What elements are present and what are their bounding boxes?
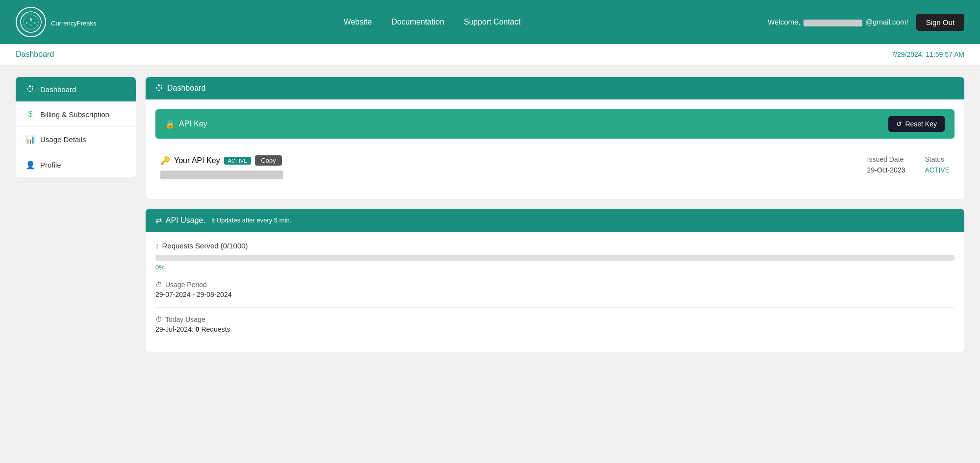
today-usage-suffix: Requests bbox=[201, 325, 230, 333]
usage-period-title: ⏱ Usage Period bbox=[155, 281, 955, 289]
api-key-label-row: 🔑 Your API Key ACTIVE Copy bbox=[160, 155, 283, 166]
status-col: Status ACTIVE bbox=[925, 155, 950, 174]
api-key-card-header: ⏱ Dashboard bbox=[146, 77, 964, 99]
api-key-left: 🔑 Your API Key ACTIVE Copy bbox=[160, 155, 283, 179]
sidebar-label-usage-details: Usage Details bbox=[40, 135, 86, 144]
usage-period-section: ⏱ Usage Period 29-07-2024 - 29-08-2024 bbox=[155, 281, 955, 298]
api-key-title: API Key bbox=[179, 120, 207, 128]
logo-text: CurrencyFreaks bbox=[51, 20, 96, 27]
sidebar: ⏱ Dashboard $ Billing & Subscription 📊 U… bbox=[16, 77, 136, 177]
usage-period-value: 29-07-2024 - 29-08-2024 bbox=[155, 291, 955, 298]
welcome-text: Welcome, @gmail.com! bbox=[768, 18, 908, 26]
today-usage-requests: 0 bbox=[196, 325, 200, 333]
dashboard-icon: ⏱ bbox=[25, 85, 35, 94]
usage-period-label: Usage Period bbox=[165, 281, 207, 289]
dashboard-section-icon: ⏱ bbox=[155, 84, 163, 93]
api-key-value bbox=[160, 171, 283, 179]
api-usage-card-header: ⇄ API Usage. It Updates after every 5 mi… bbox=[146, 209, 964, 232]
requests-icon: ↕ bbox=[155, 242, 159, 250]
api-usage-header-title: API Usage. bbox=[166, 216, 205, 225]
nav-documentation[interactable]: Documentation bbox=[391, 18, 444, 26]
billing-icon: $ bbox=[25, 110, 35, 119]
lock-icon: 🔒 bbox=[165, 120, 175, 129]
requests-label: Requests Served (0/1000) bbox=[162, 242, 248, 250]
svg-text:$: $ bbox=[30, 17, 32, 22]
api-usage-body: ↕ Requests Served (0/1000) 0% ⏱ Usage Pe… bbox=[146, 232, 964, 352]
sidebar-label-billing: Billing & Subscription bbox=[40, 110, 109, 119]
profile-icon: 👤 bbox=[25, 160, 35, 170]
header-nav: Website Documentation Support Contact bbox=[344, 18, 521, 26]
active-badge: ACTIVE bbox=[224, 157, 251, 165]
copy-button[interactable]: Copy bbox=[255, 155, 281, 166]
today-usage-date: 29-Jul-2024: bbox=[155, 325, 194, 333]
today-usage-section: ⏱ Today Usage 29-Jul-2024: 0 Requests bbox=[155, 316, 955, 333]
today-usage-title: ⏱ Today Usage bbox=[155, 316, 955, 323]
header-right: Welcome, @gmail.com! Sign Out bbox=[768, 14, 964, 31]
logo-icon: $ ¢ € £ bbox=[20, 11, 42, 33]
today-usage-label: Today Usage bbox=[165, 316, 205, 323]
nav-support-contact[interactable]: Support Contact bbox=[464, 18, 521, 26]
today-usage-value: 29-Jul-2024: 0 Requests bbox=[155, 325, 955, 333]
sign-out-button[interactable]: Sign Out bbox=[916, 14, 964, 31]
issued-date-label: Issued Date bbox=[867, 155, 905, 163]
api-usage-header-icon: ⇄ bbox=[155, 216, 162, 225]
content: ⏱ Dashboard 🔒 API Key ↺ Reset Key bbox=[146, 77, 964, 453]
sidebar-label-profile: Profile bbox=[40, 161, 61, 169]
today-usage-icon: ⏱ bbox=[155, 316, 162, 323]
email-redacted bbox=[804, 20, 862, 26]
progress-bar-container bbox=[155, 255, 955, 261]
sidebar-item-profile[interactable]: 👤 Profile bbox=[16, 152, 136, 177]
reset-icon: ↺ bbox=[896, 120, 902, 128]
breadcrumb-bar: Dashboard 7/29/2024, 11:59:57 AM bbox=[0, 44, 980, 65]
reset-key-label: Reset Key bbox=[905, 120, 937, 128]
breadcrumb-time: 7/29/2024, 11:59:57 AM bbox=[891, 50, 964, 58]
usage-period-icon: ⏱ bbox=[155, 281, 162, 289]
key-icon: 🔑 bbox=[160, 156, 170, 165]
reset-key-button[interactable]: ↺ Reset Key bbox=[888, 116, 945, 132]
main-layout: ⏱ Dashboard $ Billing & Subscription 📊 U… bbox=[0, 65, 980, 463]
api-key-card-body: 🔒 API Key ↺ Reset Key 🔑 Your API Key bbox=[146, 99, 964, 199]
usage-divider bbox=[155, 307, 955, 308]
dashboard-section-title: Dashboard bbox=[167, 84, 205, 93]
api-key-right: Issued Date 29-Oct-2023 Status ACTIVE bbox=[867, 155, 950, 174]
logo: $ ¢ € £ CurrencyFreaks bbox=[16, 7, 96, 37]
svg-text:€: € bbox=[26, 21, 28, 25]
sidebar-item-dashboard[interactable]: ⏱ Dashboard bbox=[16, 77, 136, 102]
api-key-header-left: 🔒 API Key bbox=[165, 120, 207, 129]
usage-details-icon: 📊 bbox=[25, 135, 35, 144]
logo-circle: $ ¢ € £ bbox=[16, 7, 46, 37]
nav-website[interactable]: Website bbox=[344, 18, 372, 26]
issued-date-value: 29-Oct-2023 bbox=[867, 166, 905, 174]
api-key-subheader: 🔒 API Key ↺ Reset Key bbox=[155, 109, 955, 139]
sidebar-label-dashboard: Dashboard bbox=[40, 85, 76, 94]
issued-date-col: Issued Date 29-Oct-2023 bbox=[867, 155, 905, 174]
svg-text:£: £ bbox=[34, 21, 36, 25]
svg-text:¢: ¢ bbox=[30, 23, 32, 27]
sidebar-item-billing[interactable]: $ Billing & Subscription bbox=[16, 102, 136, 127]
api-usage-card: ⇄ API Usage. It Updates after every 5 mi… bbox=[146, 209, 964, 352]
breadcrumb-title: Dashboard bbox=[16, 50, 54, 59]
status-value: ACTIVE bbox=[925, 166, 950, 174]
status-label: Status bbox=[925, 155, 950, 163]
your-api-key-label: Your API Key bbox=[174, 156, 220, 165]
api-usage-header-subtitle: It Updates after every 5 min. bbox=[211, 217, 291, 224]
requests-served-title: ↕ Requests Served (0/1000) bbox=[155, 242, 955, 250]
api-key-info: 🔑 Your API Key ACTIVE Copy Issued Date 2… bbox=[155, 150, 955, 189]
api-key-card: ⏱ Dashboard 🔒 API Key ↺ Reset Key bbox=[146, 77, 964, 199]
sidebar-item-usage-details[interactable]: 📊 Usage Details bbox=[16, 127, 136, 152]
progress-percent: 0% bbox=[155, 264, 955, 271]
header: $ ¢ € £ CurrencyFreaks Website Documenta… bbox=[0, 0, 980, 44]
